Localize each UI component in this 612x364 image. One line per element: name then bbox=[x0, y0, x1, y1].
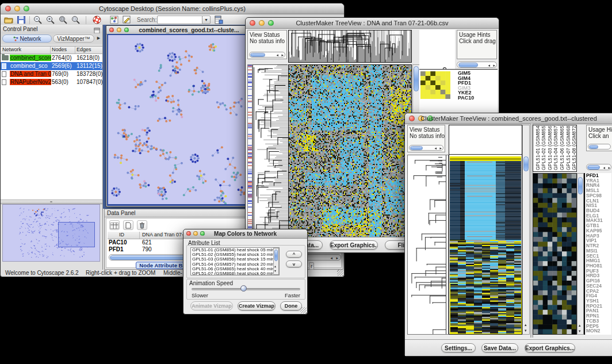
main-titlebar[interactable]: Cytoscape Desktop (Session Name: collins… bbox=[1, 3, 344, 14]
network-canvas-1[interactable] bbox=[108, 35, 247, 204]
scroll-right-icon[interactable]: ▸ bbox=[439, 145, 442, 151]
annotation-icon[interactable] bbox=[121, 16, 132, 25]
scroll-right-icon[interactable]: ▸ bbox=[336, 255, 338, 260]
zoom-out-icon[interactable] bbox=[33, 16, 43, 25]
tv2-zoom-heatmap[interactable] bbox=[533, 173, 577, 335]
birdseye-view[interactable] bbox=[2, 204, 100, 262]
tv2-row-dendrogram[interactable] bbox=[407, 155, 449, 335]
scroll-left-icon[interactable]: ◂ bbox=[603, 165, 605, 170]
scroll-right-icon[interactable]: ▸ bbox=[493, 63, 495, 68]
table-import-icon[interactable] bbox=[213, 16, 224, 25]
animation-speed-label: Animation Speed bbox=[189, 280, 233, 286]
vscroll-thumb[interactable] bbox=[414, 66, 419, 91]
attribute-item[interactable]: GPL51-07 (GSM868) heat shock 60 min bbox=[192, 271, 279, 275]
status-scrollbar[interactable]: ◂ ▸ bbox=[409, 145, 443, 151]
minimize-button[interactable] bbox=[117, 28, 121, 32]
settings-button[interactable]: Settings... bbox=[441, 343, 476, 352]
attribute-list[interactable]: GPL51-01 (GSM854) heat shock 05 minGPL51… bbox=[190, 247, 280, 275]
column-label[interactable]: GPL51-06 (GSM865) bbox=[560, 125, 565, 170]
tv1-gene-labels: GIM5GIM4PFD1GIM3YKE2PAC10 bbox=[458, 71, 474, 76]
search-dropdown-icon[interactable]: ▼ bbox=[202, 16, 211, 24]
network-row[interactable]: DNA and Tran 07 769(0) 183728(0) bbox=[1, 70, 102, 78]
animate-vizmap-button[interactable]: Animate Vizmap bbox=[190, 301, 233, 311]
done-button[interactable]: Done bbox=[280, 301, 302, 311]
window-title: Cytoscape Desktop (Session Name: collins… bbox=[1, 5, 344, 12]
network-row[interactable]: RNAPuberNov2+ 563(0) 107847(0) bbox=[1, 78, 102, 86]
tv1-titlebar[interactable]: ClusterMaker TreeView : DNA and Tran 07-… bbox=[246, 18, 499, 29]
export-graphics-button[interactable]: Export Graphics... bbox=[330, 240, 378, 250]
scroll-right-icon[interactable]: ▸ bbox=[281, 52, 284, 58]
tab-fragment[interactable]: r bbox=[309, 262, 314, 270]
tab-network[interactable]: Network bbox=[2, 35, 52, 43]
zoom-selected-icon[interactable] bbox=[71, 16, 81, 25]
selection-rectangle[interactable] bbox=[450, 283, 522, 334]
tv2-gene-hscrollbar[interactable]: ◂ ▸ bbox=[586, 164, 611, 170]
column-label[interactable]: GPL51-03 (GSM856) bbox=[548, 125, 553, 170]
zoom-in-icon[interactable] bbox=[45, 16, 56, 25]
gene-label[interactable]: MON2 bbox=[586, 328, 611, 334]
viewport-rectangle[interactable] bbox=[58, 222, 95, 247]
tv1-global-heatmap[interactable] bbox=[288, 64, 412, 237]
save-data-button[interactable]: Save Data... bbox=[481, 343, 518, 352]
scroll-right-icon[interactable]: ▸ bbox=[608, 165, 610, 170]
column-label[interactable]: GPL51-02 (GSM855) bbox=[541, 125, 546, 170]
scroll-left-icon[interactable]: ◂ bbox=[434, 145, 437, 151]
tv1-similarity-matrix[interactable] bbox=[420, 71, 450, 99]
gene-label[interactable]: PAC10 bbox=[458, 95, 474, 101]
scroll-down-icon[interactable]: ▾ bbox=[274, 269, 276, 274]
close-button[interactable] bbox=[109, 28, 114, 32]
status-scrollbar[interactable]: ◂ ▸ bbox=[249, 52, 285, 58]
dialog-resize-grip[interactable] bbox=[300, 307, 307, 313]
vizmapper-icon[interactable] bbox=[109, 16, 119, 25]
zoom-fit-icon[interactable] bbox=[58, 16, 68, 25]
zoom-button[interactable] bbox=[124, 28, 129, 32]
tv1-row-dendrogram[interactable] bbox=[253, 64, 288, 237]
usage-scrollbar[interactable] bbox=[588, 144, 611, 150]
tv2-vscrollbar-2[interactable]: ▴ ▾ bbox=[577, 173, 584, 335]
tv1-usage-scrollbar[interactable]: ◂ ▸ bbox=[457, 62, 497, 68]
tab-overflow-icon[interactable]: ► bbox=[96, 35, 101, 41]
open-file-icon[interactable] bbox=[3, 16, 14, 25]
status-hint-zoom: Right-click + drag to ZOOM bbox=[86, 270, 155, 276]
scroll-up-icon[interactable]: ▴ bbox=[525, 322, 527, 327]
vscroll-thumb[interactable] bbox=[578, 177, 583, 194]
tv2-gene-list: PFD1YRA1RNR4MSL1SPC98CLN1NIS1BUD4ELG1MAK… bbox=[586, 173, 611, 335]
column-label[interactable]: GPL51-04 (GSM857) bbox=[553, 125, 559, 170]
tab-vizmapper[interactable]: VizMapper™ bbox=[53, 35, 94, 43]
network-table-header[interactable]: Network Nodes Edges bbox=[1, 47, 102, 54]
scroll-left-icon[interactable]: ◂ bbox=[276, 52, 278, 58]
attribute-list-scrollbar[interactable]: ▴ ▾ bbox=[273, 248, 279, 275]
scroll-down-icon[interactable]: ▾ bbox=[525, 328, 527, 333]
move-up-button[interactable]: ^ bbox=[286, 251, 302, 258]
tv2-global-heatmap-panel[interactable] bbox=[449, 125, 522, 335]
network-window-1[interactable]: combined_scores_good.txt--cluste... bbox=[106, 25, 249, 207]
new-attribute-icon[interactable] bbox=[123, 220, 133, 230]
tv2-vscrollbar-1[interactable]: ▴ ▾ bbox=[522, 125, 530, 335]
column-label[interactable]: GPL51-07 (GSM868) bbox=[566, 125, 571, 170]
save-icon[interactable] bbox=[16, 16, 26, 25]
column-label[interactable]: GPL51-01 (GSM854) bbox=[536, 125, 541, 170]
dialog-titlebar[interactable]: Map Colors to Network bbox=[183, 229, 307, 239]
search-input[interactable] bbox=[157, 16, 203, 24]
scroll-up-icon[interactable]: ▴ bbox=[579, 323, 581, 328]
delete-attribute-icon[interactable] bbox=[137, 220, 147, 230]
attribute-select-icon[interactable] bbox=[109, 220, 120, 230]
network-row[interactable]: combined_scores_ 2764(0) 16218(0) bbox=[1, 54, 102, 62]
export-graphics-button[interactable]: Export Graphics... bbox=[525, 343, 575, 352]
speed-slider-thumb[interactable] bbox=[240, 285, 247, 292]
network1-titlebar[interactable]: combined_scores_good.txt--cluste... bbox=[106, 26, 248, 35]
network-row[interactable]: combined_sco 2569(6) 13112(15) bbox=[1, 62, 102, 70]
move-down-button[interactable]: v bbox=[286, 260, 302, 267]
resize-grip[interactable] bbox=[337, 270, 343, 276]
panel-divider[interactable] bbox=[1, 200, 102, 204]
create-vizmap-button[interactable]: Create Vizmap bbox=[238, 301, 276, 311]
column-label[interactable]: GPL51-08 (GSM872) bbox=[572, 125, 577, 170]
scroll-left-icon[interactable]: ◂ bbox=[330, 255, 332, 260]
vscroll-thumb[interactable] bbox=[523, 156, 529, 171]
scroll-down-icon[interactable]: ▾ bbox=[579, 328, 581, 334]
tv1-column-dendrogram[interactable] bbox=[288, 30, 412, 63]
tv2-titlebar[interactable]: ClusterMaker TreeView : combined_scores_… bbox=[405, 113, 612, 124]
help-lifesaver-icon[interactable] bbox=[91, 16, 102, 25]
desktop: Cytoscape Desktop (Session Name: collins… bbox=[0, 0, 612, 364]
scroll-left-icon[interactable]: ◂ bbox=[488, 63, 490, 68]
